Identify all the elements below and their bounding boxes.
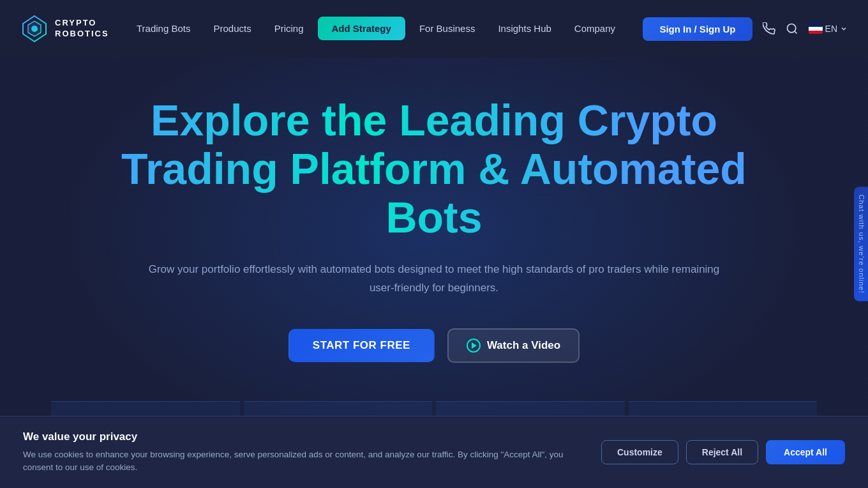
play-triangle [472, 342, 477, 349]
flag-icon [809, 24, 823, 34]
nav-right: Sign In / Sign Up EN [643, 17, 848, 41]
chevron-down-icon [840, 25, 848, 33]
cookie-banner: We value your privacy We use cookies to … [0, 416, 868, 489]
nav-item-insights-hub[interactable]: Insights Hub [489, 23, 560, 34]
phone-button[interactable] [763, 22, 775, 35]
nav-item-company[interactable]: Company [565, 23, 624, 34]
language-label: EN [825, 24, 837, 34]
nav-item-for-business[interactable]: For Business [410, 23, 484, 34]
phone-icon [763, 22, 775, 35]
side-chat-widget[interactable]: Chat with us, we're online! [854, 187, 868, 301]
logo[interactable]: CRYPTO ROBOTICS [20, 15, 109, 43]
accept-all-button[interactable]: Accept All [766, 440, 845, 464]
nav-item-add-strategy[interactable]: Add Strategy [318, 23, 405, 34]
watch-video-button[interactable]: Watch a Video [447, 328, 580, 363]
customize-button[interactable]: Customize [601, 440, 678, 464]
start-free-button[interactable]: START FOR FREE [288, 329, 435, 362]
cookie-title: We value your privacy [23, 431, 582, 443]
nav-item-trading-bots[interactable]: Trading Bots [128, 23, 200, 34]
cookie-body: We use cookies to enhance your browsing … [23, 448, 582, 475]
play-icon [467, 339, 481, 353]
svg-point-3 [787, 24, 795, 33]
cookie-text: We value your privacy We use cookies to … [23, 431, 582, 475]
svg-point-2 [31, 26, 38, 32]
reject-all-button[interactable]: Reject All [686, 440, 758, 464]
logo-text: CRYPTO ROBOTICS [55, 18, 109, 40]
main-nav: CRYPTO ROBOTICS Trading Bots Products Pr… [0, 0, 868, 57]
hero-headline: Explore the Leading Crypto Trading Platf… [83, 96, 785, 241]
nav-links: Trading Bots Products Pricing Add Strate… [128, 23, 624, 34]
hero-cta: START FOR FREE Watch a Video [51, 328, 817, 363]
signin-button[interactable]: Sign In / Sign Up [643, 17, 752, 41]
cookie-buttons: Customize Reject All Accept All [601, 440, 845, 464]
language-selector[interactable]: EN [809, 24, 848, 34]
search-icon [786, 22, 798, 35]
logo-icon [20, 15, 49, 43]
nav-item-pricing[interactable]: Pricing [266, 23, 313, 34]
search-button[interactable] [786, 22, 798, 35]
nav-item-products[interactable]: Products [204, 23, 260, 34]
hero-subtitle: Grow your portfolio effortlessly with au… [147, 261, 721, 298]
